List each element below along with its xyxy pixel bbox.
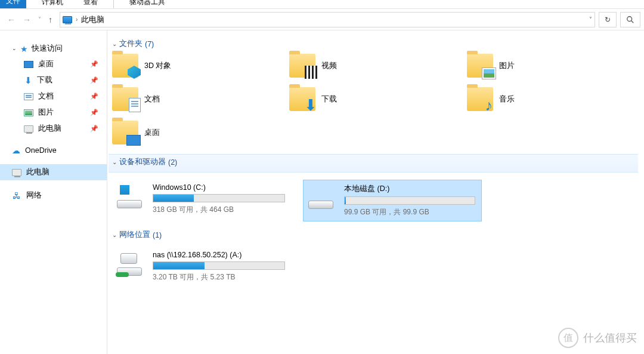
section-header-netloc[interactable]: ⌄ 网络位置 (1): [109, 227, 638, 244]
folder-icon: [467, 54, 493, 78]
pin-icon: 📌: [90, 76, 98, 84]
sidebar-item-thispc[interactable]: 此电脑: [0, 164, 107, 180]
folder-item[interactable]: 视频: [289, 54, 460, 78]
folder-label: 音乐: [499, 94, 515, 104]
quick-access-label: 快速访问: [32, 44, 63, 54]
sidebar-item-label: 桌面: [38, 59, 54, 69]
address-location: 此电脑: [81, 14, 104, 25]
desk-overlay-icon: [126, 135, 141, 146]
quick-access-group[interactable]: ⌄ ★ 快速访问: [11, 41, 107, 56]
chevron-down-icon: ⌄: [112, 41, 117, 47]
sidebar-item-label: 此电脑: [38, 124, 61, 134]
onedrive-group[interactable]: ☁ OneDrive: [11, 144, 107, 157]
folder-item[interactable]: ⬇ 下载: [289, 87, 460, 111]
pin-icon: 📌: [90, 93, 98, 100]
content-pane: ⌄ 文件夹 (7) 3D 对象 视频 图片 文档 ⬇ 下载 ♪ 音乐: [107, 30, 644, 354]
sidebar-item-pictures[interactable]: 图片 📌: [11, 104, 107, 121]
vid-overlay-icon: [305, 66, 318, 79]
folder-icon: [112, 121, 138, 144]
nav-arrows: ← → ˅ ↑: [4, 15, 56, 24]
sidebar-item-network[interactable]: 🖧 网络: [0, 187, 107, 204]
tab-computer[interactable]: 计算机: [37, 0, 68, 8]
search-icon: [626, 16, 634, 24]
drives-row: Windows10 (C:) 318 GB 可用，共 464 GB 本地磁盘 (…: [109, 176, 638, 227]
folder-item[interactable]: 3D 对象: [112, 54, 283, 78]
folder-item[interactable]: 文档: [112, 87, 283, 111]
folder-icon: ⬇: [289, 87, 315, 111]
folder-label: 视频: [321, 61, 337, 71]
onedrive-label: OneDrive: [25, 146, 57, 155]
chevron-down-icon: ⌄: [112, 232, 117, 238]
capacity-bar: [344, 196, 475, 205]
sidebar-item-label: 图片: [38, 107, 54, 118]
capacity-bar: [153, 194, 285, 202]
drive-icon: [114, 251, 144, 276]
drive-icon: [114, 183, 144, 208]
up-button[interactable]: ↑: [48, 15, 52, 24]
section-title: 网络位置: [119, 230, 150, 240]
this-pc-icon: [63, 16, 72, 23]
document-icon: [24, 93, 33, 100]
chevron-down-icon: ⌄: [112, 159, 117, 165]
section-title: 设备和驱动器: [119, 157, 166, 167]
sidebar-item-label: 文档: [38, 91, 54, 101]
folder-label: 下载: [321, 94, 337, 104]
drive-capacity-text: 99.9 GB 可用，共 99.9 GB: [344, 207, 475, 217]
pc-icon: [12, 169, 21, 176]
folder-item[interactable]: ♪ 音乐: [467, 87, 638, 111]
desktop-icon: [24, 61, 33, 68]
address-bar[interactable]: › 此电脑 ˅: [60, 12, 595, 27]
refresh-button[interactable]: ↻: [599, 12, 617, 27]
tab-file[interactable]: 文件: [0, 0, 26, 8]
tab-separator: [113, 0, 114, 8]
network-drives-row: nas (\\192.168.50.252) (A:) 3.20 TB 可用，共…: [109, 244, 638, 292]
drive-name: Windows10 (C:): [153, 183, 285, 192]
folder-item[interactable]: 桌面: [112, 121, 283, 144]
folder-icon: [112, 54, 138, 78]
pictures-icon: [24, 109, 33, 116]
folders-grid: 3D 对象 视频 图片 文档 ⬇ 下载 ♪ 音乐 桌面: [109, 53, 638, 154]
capacity-bar: [153, 261, 285, 270]
folder-label: 文档: [144, 94, 160, 104]
drive-item[interactable]: nas (\\192.168.50.252) (A:) 3.20 TB 可用，共…: [112, 247, 291, 286]
cloud-icon: ☁: [12, 147, 21, 154]
drive-capacity-text: 3.20 TB 可用，共 5.23 TB: [153, 272, 285, 282]
star-icon: ★: [20, 44, 28, 54]
ribbon-tabs: 文件 计算机 查看 驱动器工具: [0, 0, 644, 9]
doc-overlay-icon: [129, 98, 141, 112]
sidebar-item-downloads[interactable]: ⬇ 下载 📌: [11, 72, 107, 88]
section-header-devices[interactable]: ⌄ 设备和驱动器 (2): [109, 155, 638, 171]
drive-item[interactable]: Windows10 (C:) 318 GB 可用，共 464 GB: [112, 180, 291, 221]
pin-icon: 📌: [90, 109, 98, 116]
section-title: 文件夹: [119, 39, 143, 49]
drive-icon: [306, 184, 336, 209]
drive-name: 本地磁盘 (D:): [344, 184, 475, 194]
folder-item[interactable]: 图片: [467, 54, 638, 78]
sidebar-item-thispc-pinned[interactable]: 此电脑 📌: [11, 121, 107, 137]
sidebar-item-desktop[interactable]: 桌面 📌: [11, 56, 107, 72]
back-button[interactable]: ←: [7, 15, 16, 24]
svg-line-1: [631, 20, 634, 23]
sidebar-item-documents[interactable]: 文档 📌: [11, 88, 107, 104]
forward-button[interactable]: →: [23, 15, 31, 24]
sidebar-item-label: 此电脑: [26, 167, 49, 177]
pic-overlay-icon: [482, 68, 496, 79]
dl-overlay-icon: ⬇: [304, 98, 318, 112]
address-dropdown-icon[interactable]: ˅: [589, 16, 592, 23]
folder-label: 图片: [499, 61, 515, 71]
navigation-bar: ← → ˅ ↑ › 此电脑 ˅ ↻: [0, 9, 644, 30]
pin-icon: 📌: [90, 60, 98, 68]
search-button[interactable]: [620, 12, 640, 27]
drive-capacity-text: 318 GB 可用，共 464 GB: [153, 205, 285, 215]
section-count: (1): [153, 231, 162, 239]
pc-icon: [24, 125, 33, 133]
pin-icon: 📌: [90, 125, 98, 133]
navigation-pane: ⌄ ★ 快速访问 桌面 📌 ⬇ 下载 📌 文档 📌 图片: [0, 30, 107, 354]
tab-view[interactable]: 查看: [79, 0, 103, 8]
folder-label: 3D 对象: [144, 61, 171, 71]
tab-drive-tools[interactable]: 驱动器工具: [125, 0, 170, 8]
section-header-folders[interactable]: ⌄ 文件夹 (7): [109, 36, 638, 53]
folder-icon: [289, 54, 315, 78]
recent-locations-dropdown[interactable]: ˅: [38, 16, 41, 23]
drive-item[interactable]: 本地磁盘 (D:) 99.9 GB 可用，共 99.9 GB: [303, 180, 482, 221]
